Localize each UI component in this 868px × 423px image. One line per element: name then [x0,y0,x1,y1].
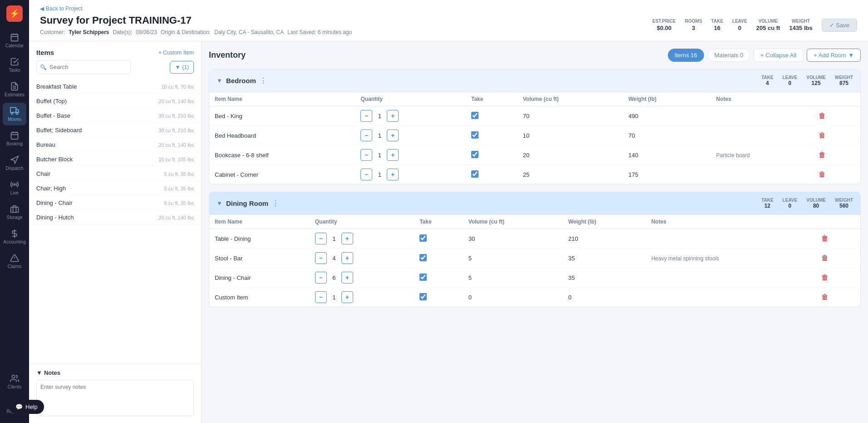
list-item[interactable]: Buffet - Base 30 cu ft, 210 lbs [29,109,201,123]
delete-button[interactable]: 🗑 [817,110,828,122]
item-meta: 20 cu ft, 140 lbs [158,142,194,148]
take-checkbox[interactable] [471,112,478,119]
qty-decrease-button[interactable]: − [360,149,372,161]
qty-decrease-button[interactable]: − [360,110,372,122]
sidebar-item-storage[interactable]: Storage [3,201,26,224]
item-meta: 10 cu ft, 70 lbs [161,84,194,90]
weight-cell: 35 [563,249,646,268]
list-item[interactable]: Chair; High 5 cu ft, 35 lbs [29,181,201,196]
qty-increase-button[interactable]: + [387,110,399,122]
list-item[interactable]: Bureau 20 cu ft, 140 lbs [29,138,201,152]
list-item[interactable]: Butcher Block 15 cu ft, 105 lbs [29,152,201,167]
notes-textarea[interactable] [36,380,194,416]
qty-increase-button[interactable]: + [341,252,353,264]
delete-button[interactable]: 🗑 [817,169,828,180]
qty-increase-button[interactable]: + [387,129,399,141]
qty-increase-button[interactable]: + [341,291,353,303]
take-checkbox[interactable] [419,234,427,242]
sidebar-item-calendar[interactable]: Calendar [3,29,26,52]
sidebar-item-accounting[interactable]: Accounting [3,225,26,248]
save-button[interactable]: ✓ Save [822,19,857,32]
take-checkbox[interactable] [419,254,427,261]
take-checkbox[interactable] [471,131,478,139]
volume-cell: 30 [463,229,563,249]
qty-value: 1 [375,132,384,139]
table-row: Bed - King − 1 + 70 490 [209,106,860,126]
qty-increase-button[interactable]: + [341,233,353,244]
item-meta: 5 cu ft, 35 lbs [164,200,194,206]
collapse-all-button[interactable]: + Collapse All [754,49,803,62]
room-header-left: ▼ Dining Room ⋮ [217,199,279,208]
delete-button[interactable]: 🗑 [819,291,830,303]
delete-button[interactable]: 🗑 [817,129,828,141]
sidebar-item-live[interactable]: Live [3,176,26,199]
take-checkbox[interactable] [471,170,478,178]
customer-name: Tyler Schippers [69,29,109,35]
list-item[interactable]: Chair 5 cu ft, 35 lbs [29,167,201,181]
help-button[interactable]: 💬 Help [9,400,44,414]
col-quantity: Quantity [355,92,466,106]
take-checkbox[interactable] [419,293,427,300]
delete-button[interactable]: 🗑 [819,272,830,284]
item-name: Dining - Hutch [36,214,74,221]
stat-weight: WEIGHT 1435 lbs [789,19,812,31]
volume-cell: 5 [463,268,563,288]
sidebar-item-dispatch[interactable]: Dispatch [3,152,26,174]
qty-decrease-button[interactable]: − [315,272,327,284]
room-stat-weight: WEIGHT 560 [835,198,853,209]
list-item[interactable]: Dining - Chair 5 cu ft, 35 lbs [29,196,201,210]
take-cell [466,126,518,145]
sidebar-item-booking[interactable]: Booking [3,127,26,150]
chevron-icon[interactable]: ▼ [217,200,222,207]
item-name: Chair [36,170,50,177]
search-input[interactable] [36,60,131,74]
add-room-button[interactable]: + Add Room ▼ [807,49,861,62]
item-name: Bureau [36,141,55,148]
top-header: ◀ Back to Project Survey for Project TRA… [29,0,868,41]
sidebar-item-claims[interactable]: Claims [3,250,26,273]
sidebar-item-clients[interactable]: Clients [3,370,26,393]
col-take: Take [466,92,518,106]
item-meta: 30 cu ft, 210 lbs [158,128,194,133]
list-item[interactable]: Breakfast Table 10 cu ft, 70 lbs [29,80,201,94]
room-menu-icon[interactable]: ⋮ [260,76,267,85]
qty-value: 1 [375,152,384,159]
qty-decrease-button[interactable]: − [315,291,327,303]
notes-header[interactable]: ▼ Notes [36,369,194,376]
delete-button[interactable]: 🗑 [819,252,830,264]
table-row: Dining - Chair − 6 + 5 35 [209,268,860,288]
quantity-cell: − 1 + [355,165,466,184]
room-stat-weight: WEIGHT 875 [835,75,853,86]
sidebar-item-moves[interactable]: Moves [3,103,26,125]
qty-increase-button[interactable]: + [341,272,353,284]
qty-decrease-button[interactable]: − [360,129,372,141]
tab-materials[interactable]: Materials 0 [708,49,750,62]
chevron-icon[interactable]: ▼ [217,77,222,84]
notes-text: Particle board [716,152,750,159]
table-row: Table - Dining − 1 + 30 210 [209,229,860,249]
item-meta: 20 cu ft, 140 lbs [158,215,194,220]
volume-cell: 0 [463,288,563,307]
qty-decrease-button[interactable]: − [315,252,327,264]
delete-button[interactable]: 🗑 [817,149,828,161]
room-header-left: ▼ Bedroom ⋮ [217,76,267,85]
list-item[interactable]: Buffet (Top) 20 cu ft, 140 lbs [29,94,201,109]
qty-increase-button[interactable]: + [387,149,399,161]
room-menu-icon[interactable]: ⋮ [272,199,279,208]
custom-item-button[interactable]: + Custom Item [158,50,194,56]
delete-button[interactable]: 🗑 [819,233,830,244]
take-checkbox[interactable] [419,274,427,281]
qty-decrease-button[interactable]: − [315,233,327,244]
sidebar-item-tasks[interactable]: Tasks [3,54,26,76]
sidebar-item-estimates[interactable]: Estimates [3,78,26,101]
list-item[interactable]: Buffet; Sideboard 30 cu ft, 210 lbs [29,123,201,138]
list-item[interactable]: Dining - Hutch 20 cu ft, 140 lbs [29,210,201,225]
qty-decrease-button[interactable]: − [360,169,372,180]
room-header: ▼ Dining Room ⋮ TAKE 12 LEAVE 0 VOLUME [209,192,860,215]
tab-items[interactable]: Items 16 [668,49,704,62]
qty-increase-button[interactable]: + [387,169,399,180]
chevron-down-icon: ▼ [36,369,42,376]
filter-button[interactable]: ▼ (1) [170,61,194,74]
take-checkbox[interactable] [471,151,478,158]
back-link[interactable]: ◀ Back to Project [40,5,857,12]
